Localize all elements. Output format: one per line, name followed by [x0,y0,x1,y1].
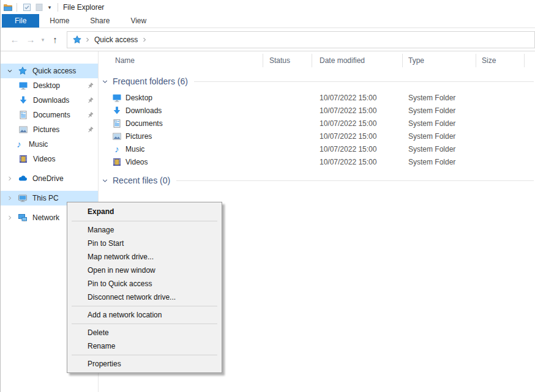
sidebar-item-label: OneDrive [32,174,64,183]
breadcrumb-root[interactable]: Quick access [94,35,138,44]
spacer [1,166,98,171]
column-header-date-modified[interactable]: Date modified [312,54,403,67]
tab-view[interactable]: View [120,14,157,28]
sidebar-item-pictures[interactable]: Pictures [1,122,98,137]
chevron-right-icon[interactable] [6,175,13,182]
menu-separator [72,324,217,324]
tab-home[interactable]: Home [39,14,80,28]
column-header-type[interactable]: Type [403,54,476,67]
address-bar: ← → ▾ ↑ Quick access [1,28,535,51]
up-button[interactable]: ↑ [47,34,63,45]
recent-locations-dropdown[interactable]: ▾ [39,37,47,43]
menu-item-expand[interactable]: Expand [67,204,222,219]
menu-item-rename[interactable]: Rename [67,339,222,353]
check-document-icon [22,2,32,12]
group-rule [194,81,534,82]
sidebar-item-videos[interactable]: Videos [1,152,98,166]
pin-icon [86,111,94,119]
breadcrumb-chevron-icon[interactable] [84,36,91,43]
menu-separator [72,355,217,355]
file-type: System Folder [403,106,476,115]
menu-item-disconnect-network-drive[interactable]: Disconnect network drive... [67,290,222,304]
titlebar: ▾ File Explorer [1,0,535,14]
chevron-down-icon[interactable] [101,78,109,86]
pin-icon [86,126,94,134]
file-type: System Folder [403,119,476,128]
file-type: System Folder [403,158,476,166]
menu-item-add-network-location[interactable]: Add a network location [67,308,222,322]
file-date-modified: 10/07/2022 15:00 [312,132,403,141]
column-header-size[interactable]: Size [476,54,525,67]
frequent-folders-list: Desktop 10/07/2022 15:00 System Folder D… [99,91,535,168]
file-row-music[interactable]: ♪Music 10/07/2022 15:00 System Folder [99,142,535,155]
back-button[interactable]: ← [7,34,23,45]
document-icon [112,119,122,128]
sidebar-item-label: Network [32,213,59,222]
pictures-icon [112,131,122,141]
sidebar-item-label: Music [29,140,48,149]
group-header-frequent-folders[interactable]: Frequent folders (6) [99,75,535,88]
pin-icon [86,97,94,105]
forward-button[interactable]: → [23,34,39,45]
qat-new-folder-button[interactable] [33,1,45,13]
menu-item-manage[interactable]: Manage [67,223,222,237]
download-arrow-icon [112,106,122,116]
file-explorer-logo-icon [3,2,13,12]
file-name: Music [125,145,144,153]
chevron-down-icon[interactable] [101,177,109,185]
menu-item-pin-to-quick-access[interactable]: Pin to Quick access [67,277,222,290]
videos-icon [18,154,28,164]
chevron-right-icon[interactable] [6,194,13,202]
chevron-right-icon[interactable] [6,214,13,221]
ribbon-tabs: File Home Share View [1,14,535,28]
navigation-buttons: ← → ▾ ↑ [1,34,63,45]
menu-item-properties[interactable]: Properties [67,357,222,371]
group-header-recent-files[interactable]: Recent files (0) [99,174,535,187]
file-type: System Folder [403,145,476,153]
videos-icon [112,157,122,167]
menu-separator [72,221,217,221]
menu-item-open-in-new-window[interactable]: Open in new window [67,264,222,277]
qat-properties-button[interactable] [21,1,33,13]
file-row-videos[interactable]: Videos 10/07/2022 15:00 System Folder [99,155,535,168]
music-note-icon: ♪ [14,139,24,149]
onedrive-cloud-icon [18,174,28,183]
menu-item-map-network-drive[interactable]: Map network drive... [67,250,222,264]
menu-item-delete[interactable]: Delete [67,326,222,339]
tab-file[interactable]: File [2,14,39,28]
tab-share[interactable]: Share [80,14,120,28]
sidebar-item-music[interactable]: ♪ Music [1,137,98,152]
this-pc-icon [18,193,28,203]
sidebar-item-documents[interactable]: Documents [1,108,98,122]
divider [17,3,17,12]
sidebar-item-onedrive[interactable]: OneDrive [1,171,98,186]
sidebar-item-label: Pictures [33,125,59,134]
chevron-down-icon[interactable] [6,67,13,75]
sidebar-item-downloads[interactable]: Downloads [1,93,98,108]
sidebar-item-quick-access[interactable]: Quick access [1,64,98,78]
file-row-pictures[interactable]: Pictures 10/07/2022 15:00 System Folder [99,130,535,142]
desktop-icon [18,81,28,91]
file-row-downloads[interactable]: Downloads 10/07/2022 15:00 System Folder [99,104,535,117]
sidebar-item-desktop[interactable]: Desktop [1,78,98,93]
network-icon [18,213,28,223]
address-box[interactable]: Quick access [67,31,535,48]
column-header-name[interactable]: Name [99,54,263,67]
blank-document-icon [34,2,44,12]
sidebar-item-label: Documents [33,111,70,119]
qat-customize-dropdown[interactable]: ▾ [45,4,54,10]
divider [58,3,58,12]
group-label: Frequent folders (6) [113,76,188,86]
file-date-modified: 10/07/2022 15:00 [312,145,403,153]
window-title: File Explorer [63,3,104,12]
file-type: System Folder [403,132,476,141]
group-label: Recent files (0) [113,176,170,185]
file-row-documents[interactable]: Documents 10/07/2022 15:00 System Folder [99,117,535,130]
menu-item-pin-to-start[interactable]: Pin to Start [67,237,222,250]
file-explorer-window: ▾ File Explorer File Home Share View ← →… [0,0,535,392]
column-header-status[interactable]: Status [263,54,312,67]
file-name: Pictures [125,132,152,141]
breadcrumb-chevron-icon[interactable] [141,36,148,43]
sidebar-item-label: This PC [32,194,59,202]
file-row-desktop[interactable]: Desktop 10/07/2022 15:00 System Folder [99,91,535,104]
